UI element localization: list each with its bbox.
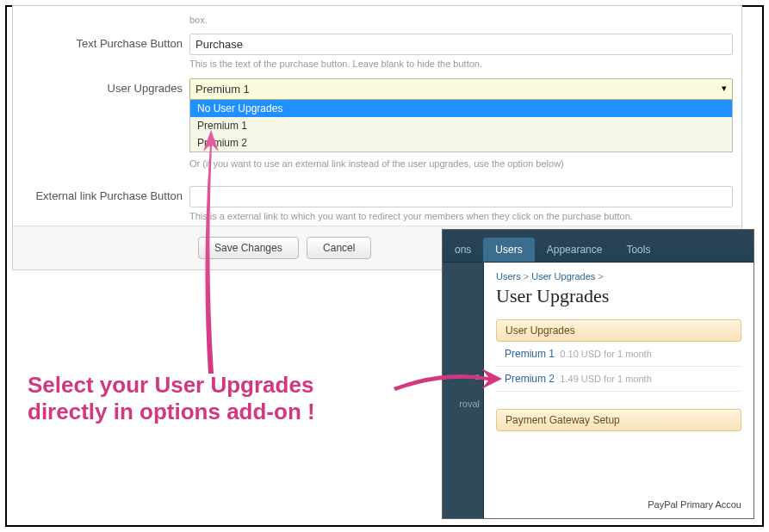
upgrade-meta: 1.49 USD for 1 month [560, 374, 651, 384]
upgrade-meta: 0.10 USD for 1 month [560, 349, 651, 359]
tab-tools[interactable]: Tools [614, 238, 662, 262]
external-link-input[interactable] [189, 186, 733, 207]
tab-users[interactable]: Users [483, 238, 534, 262]
row-user-upgrades: User Upgrades Premium 1 No User Upgrades… [13, 73, 741, 172]
label-text-purchase: Text Purchase Button [22, 34, 189, 50]
crumb-users[interactable]: Users [496, 271, 521, 281]
hint-external-link: This is a external link to which you wan… [189, 210, 733, 223]
sidebar-fragment: s [446, 371, 480, 381]
cancel-button[interactable]: Cancel [307, 237, 371, 259]
user-upgrades-select[interactable]: Premium 1 [189, 78, 733, 100]
label-external-link: External link Purchase Button [22, 186, 189, 202]
upgrade-item-row[interactable]: Premium 2 1.49 USD for 1 month [496, 367, 741, 392]
row-text-purchase: Text Purchase Button This is the text of… [13, 28, 741, 72]
admin-tabs: ons Users Appearance Tools [443, 230, 753, 263]
dropdown-option[interactable]: Premium 2 [190, 134, 732, 152]
upgrade-item-row[interactable]: Premium 1 0.10 USD for 1 month [496, 342, 741, 367]
section-user-upgrades: User Upgrades [496, 319, 741, 342]
save-button[interactable]: Save Changes [198, 237, 299, 259]
row-top-fragment: box. [13, 6, 741, 28]
section-payment: Payment Gateway Setup [496, 409, 741, 431]
page-title: User Upgrades [496, 285, 741, 307]
crumb-upgrades[interactable]: User Upgrades [531, 271, 595, 281]
hint-user-upgrades: Or (if you want to use an external link … [189, 158, 733, 170]
dropdown-option[interactable]: No User Upgrades [190, 100, 732, 117]
row-external-link: External link Purchase Button This is a … [13, 181, 741, 225]
sidebar-fragment: roval [446, 399, 480, 409]
tab-partial[interactable]: ons [443, 238, 483, 262]
admin-sidebar: s roval [443, 263, 484, 518]
upgrade-name: Premium 2 [505, 373, 555, 385]
footer-fragment: PayPal Primary Accou [648, 499, 741, 510]
annotation-callout: Select your User Upgrades directly in op… [28, 372, 315, 425]
admin-inset-panel: ons Users Appearance Tools s roval Users… [442, 229, 754, 519]
label-user-upgrades: User Upgrades [22, 78, 189, 95]
hint-top: box. [189, 14, 733, 27]
text-purchase-input[interactable] [189, 34, 733, 55]
admin-content: Users > User Upgrades > User Upgrades Us… [484, 263, 753, 518]
dropdown-option[interactable]: Premium 1 [190, 117, 732, 134]
user-upgrades-dropdown: No User Upgrades Premium 1 Premium 2 [189, 99, 733, 152]
hint-text-purchase: This is the text of the purchase button.… [189, 58, 733, 71]
upgrade-name: Premium 1 [505, 348, 555, 360]
tab-appearance[interactable]: Appearance [535, 238, 615, 262]
breadcrumb: Users > User Upgrades > [496, 271, 741, 281]
